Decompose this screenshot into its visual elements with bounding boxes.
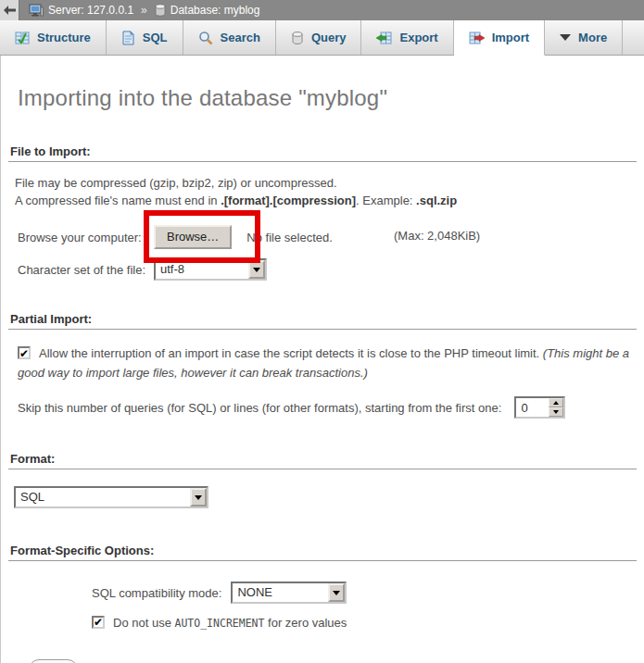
charset-row: Character set of the file: utf-8	[18, 258, 637, 281]
tab-label: Query	[311, 31, 347, 44]
tab-label: Import	[492, 31, 529, 44]
tab-search[interactable]: Search	[183, 20, 276, 55]
tab-structure[interactable]: Structure	[0, 20, 107, 55]
file-hint-format-pattern: .[format].[compression]	[221, 194, 356, 207]
browse-label: Browse your computer:	[18, 231, 154, 244]
charset-select[interactable]: utf-8	[154, 258, 267, 281]
allow-interruption-row: Allow the interruption of an import in c…	[10, 344, 637, 382]
file-hint-text: File may be compressed (gzip, bzip2, zip…	[15, 174, 637, 209]
page-title: Importing into the database "myblog"	[8, 56, 637, 111]
tab-label: Export	[399, 31, 437, 44]
format-select[interactable]: SQL	[14, 486, 208, 508]
chevron-down-icon	[560, 34, 571, 41]
main-content: Importing into the database "myblog" Fil…	[0, 56, 644, 663]
auto-increment-row: Do not use AUTO_INCREMENT for zero value…	[92, 615, 637, 632]
server-icon	[29, 4, 44, 17]
export-icon	[376, 31, 392, 45]
section-title-file: File to Import:	[8, 144, 637, 162]
section-file-to-import: File to Import: File may be compressed (…	[8, 144, 637, 281]
section-title-format: Format:	[8, 452, 637, 469]
section-title-options: Format-Specific Options:	[8, 544, 637, 561]
skip-queries-label: Skip this number of queries (for SQL) or…	[18, 401, 501, 415]
breadcrumb-separator: »	[141, 4, 147, 17]
sql-icon	[121, 31, 135, 45]
charset-select-arrow-icon[interactable]	[248, 260, 265, 279]
file-hint-line1: File may be compressed (gzip, bzip2, zip…	[15, 176, 337, 190]
sql-compatibility-select[interactable]: NONE	[231, 582, 347, 604]
search-icon	[198, 31, 213, 45]
no-file-selected-text: No file selected.	[246, 231, 333, 244]
query-icon	[291, 31, 304, 45]
auto-increment-checkbox[interactable]	[92, 616, 105, 629]
go-button[interactable]: Go	[29, 659, 78, 663]
tab-label: More	[578, 31, 607, 44]
tab-sql[interactable]: SQL	[107, 20, 183, 55]
breadcrumb-server-link[interactable]: Server: 127.0.0.1	[48, 4, 133, 17]
tab-bar: Structure SQL Search Query	[0, 20, 644, 56]
tab-label: SQL	[143, 31, 168, 44]
file-hint-example: .sql.zip	[416, 194, 457, 207]
format-selected-value: SQL	[16, 488, 190, 507]
sql-compatibility-value: NONE	[233, 583, 328, 602]
skip-queries-row: Skip this number of queries (for SQL) or…	[18, 396, 637, 419]
back-arrow-icon	[4, 6, 16, 15]
allow-interruption-label: Allow the interruption of an import in c…	[39, 346, 543, 360]
charset-selected-value: utf-8	[156, 260, 248, 279]
skip-queries-stepper[interactable]: 0	[514, 396, 565, 419]
breadcrumb-database-link[interactable]: Database: myblog	[170, 4, 260, 17]
charset-label: Character set of the file:	[18, 263, 154, 277]
browse-button[interactable]: Browse…	[154, 225, 232, 249]
section-partial-import: Partial Import: Allow the interruption o…	[8, 312, 637, 419]
tab-more[interactable]: More	[545, 20, 623, 55]
section-format-options: Format-Specific Options: SQL compatibili…	[8, 544, 637, 632]
stepper-down-icon[interactable]	[549, 407, 563, 417]
structure-icon	[15, 31, 30, 45]
tab-label: Search	[221, 31, 260, 44]
file-hint-line2-mid: . Example:	[356, 194, 416, 207]
browse-row: Browse your computer: Browse… No file se…	[18, 224, 637, 250]
allow-interruption-checkbox[interactable]	[18, 346, 31, 359]
breadcrumb-bar: Server: 127.0.0.1 » Database: myblog	[0, 0, 644, 20]
skip-queries-value: 0	[516, 398, 549, 417]
stepper-up-icon[interactable]	[549, 398, 563, 407]
database-icon	[155, 4, 166, 17]
section-format: Format: SQL	[8, 452, 637, 508]
compat-select-arrow-icon[interactable]	[328, 583, 345, 602]
sql-compatibility-row: SQL compatibility mode: NONE	[92, 582, 637, 604]
file-hint-line2-prefix: A compressed file's name must end in	[15, 194, 221, 207]
tab-import[interactable]: Import	[454, 20, 545, 56]
breadcrumb: Server: 127.0.0.1 » Database: myblog	[29, 4, 259, 17]
section-title-partial: Partial Import:	[8, 312, 637, 330]
import-icon	[469, 31, 485, 45]
auto-increment-label-suffix: for zero values	[264, 616, 347, 630]
back-button[interactable]	[0, 0, 19, 20]
max-size-note: (Max: 2,048KiB)	[394, 229, 480, 243]
auto-increment-label-prefix: Do not use	[113, 616, 175, 630]
tab-export[interactable]: Export	[361, 20, 453, 55]
tab-label: Structure	[37, 31, 91, 44]
format-select-arrow-icon[interactable]	[190, 488, 207, 507]
sql-compatibility-label: SQL compatibility mode:	[92, 586, 221, 600]
auto-increment-code: AUTO_INCREMENT	[175, 617, 265, 630]
tab-query[interactable]: Query	[276, 20, 362, 55]
